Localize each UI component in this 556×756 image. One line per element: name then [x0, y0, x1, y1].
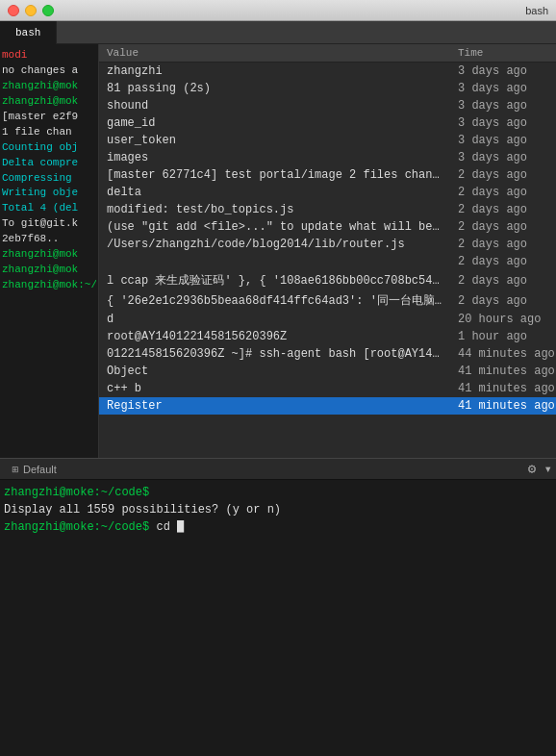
terminal-line: 1 file chan: [2, 125, 96, 140]
bottom-tab-bar: ⊞ Default ⚙ ▾: [0, 459, 556, 480]
terminal-line: no changes a: [2, 63, 96, 79]
command-text: cd: [156, 520, 177, 534]
terminal-line: Total 4 (del: [2, 201, 96, 216]
file-row[interactable]: /Users/zhangzhi/code/blog2014/lib/router…: [99, 236, 556, 253]
terminal-line: 2eb7f68..: [2, 232, 96, 247]
left-terminal-pane: modi no changes a zhangzhi@mok zhangzhi@…: [0, 44, 99, 458]
window-buttons: [8, 5, 54, 16]
window-title: bash: [54, 5, 548, 16]
terminal-line: zhangzhi@mok: [2, 263, 96, 278]
terminal-line: Writing obje: [2, 186, 96, 201]
tab-bar: bash: [0, 21, 556, 44]
terminal-line: To git@git.k: [2, 216, 96, 232]
file-row[interactable]: 81 passing (2s)3 days ago: [99, 80, 556, 97]
bottom-tab-label: Default: [23, 464, 57, 475]
settings-button[interactable]: ⚙ ▾: [528, 461, 552, 477]
terminal-line-3: zhangzhi@moke:~/code$ cd █: [4, 518, 552, 536]
upper-area: modi no changes a zhangzhi@mok zhangzhi@…: [0, 44, 556, 458]
terminal-line: zhangzhi@mok: [2, 247, 96, 263]
file-row[interactable]: 0122145815620396Z ~]# ssh-agent bash [ro…: [99, 345, 556, 363]
prompt: zhangzhi@moke:~/code$: [4, 486, 149, 499]
file-row[interactable]: [master 62771c4] test portal/image 2 fil…: [99, 166, 556, 184]
terminal-line: Delta compre: [2, 156, 96, 171]
prompt: zhangzhi@moke:~/code$: [4, 520, 149, 534]
output-text: Display all 1559 possibilities? (y or n): [4, 503, 281, 517]
file-row[interactable]: c++ b41 minutes ago: [99, 380, 556, 397]
file-row[interactable]: d20 hours ago: [99, 311, 556, 328]
file-row[interactable]: (use "git add <file>..." to update what …: [99, 218, 556, 236]
file-row[interactable]: modified: test/bo_topics.js2 days ago: [99, 201, 556, 218]
terminal-line: modi: [2, 48, 96, 63]
close-button[interactable]: [8, 5, 19, 16]
terminal-line: zhangzhi@mok:~/code$ cd code/: [2, 278, 96, 293]
terminal-output: zhangzhi@moke:~/code$ Display all 1559 p…: [0, 480, 556, 540]
minimize-button[interactable]: [25, 5, 37, 16]
cursor: █: [177, 520, 184, 534]
terminal-line-2: Display all 1559 possibilities? (y or n): [4, 501, 552, 518]
header-value: Value: [99, 46, 450, 60]
terminal-line-1: zhangzhi@moke:~/code$: [4, 484, 552, 501]
terminal-line: Compressing: [2, 171, 96, 187]
terminal-icon: ⊞: [12, 465, 19, 474]
file-row[interactable]: { '26e2e1c2936b5beaa68df414ffc64ad3': '同…: [99, 290, 556, 311]
terminal-line: Counting obj: [2, 140, 96, 156]
file-row[interactable]: delta2 days ago: [99, 184, 556, 201]
file-row[interactable]: user_token3 days ago: [99, 132, 556, 149]
file-row[interactable]: images3 days ago: [99, 149, 556, 166]
lower-terminal: ⊞ Default ⚙ ▾ zhangzhi@moke:~/code$ Disp…: [0, 458, 556, 540]
file-row[interactable]: 2 days ago: [99, 253, 556, 270]
title-bar: bash: [0, 0, 556, 21]
file-list: zhangzhi3 days ago 81 passing (2s)3 days…: [99, 63, 556, 458]
terminal-line: [master e2f9: [2, 110, 96, 125]
maximize-button[interactable]: [42, 5, 54, 16]
right-file-pane: Value Time zhangzhi3 days ago 81 passing…: [99, 44, 556, 458]
file-row[interactable]: Object41 minutes ago: [99, 363, 556, 380]
header-time: Time: [450, 46, 556, 60]
bottom-tab-default[interactable]: ⊞ Default: [4, 462, 64, 477]
file-row-selected[interactable]: Register41 minutes ago: [99, 397, 556, 415]
file-row[interactable]: zhangzhi3 days ago: [99, 63, 556, 80]
file-row[interactable]: game_id3 days ago: [99, 114, 556, 132]
file-list-header: Value Time: [99, 44, 556, 63]
file-row[interactable]: root@AY140122145815620396Z1 hour ago: [99, 328, 556, 345]
file-row[interactable]: l ccap 来生成验证码' }, { '108ae6186bb00cc708b…: [99, 270, 556, 290]
terminal-line: zhangzhi@mok: [2, 94, 96, 110]
main-layout: modi no changes a zhangzhi@mok zhangzhi@…: [0, 44, 556, 756]
file-row[interactable]: shound3 days ago: [99, 97, 556, 114]
terminal-line: zhangzhi@mok: [2, 79, 96, 94]
tab-bash[interactable]: bash: [0, 21, 57, 44]
